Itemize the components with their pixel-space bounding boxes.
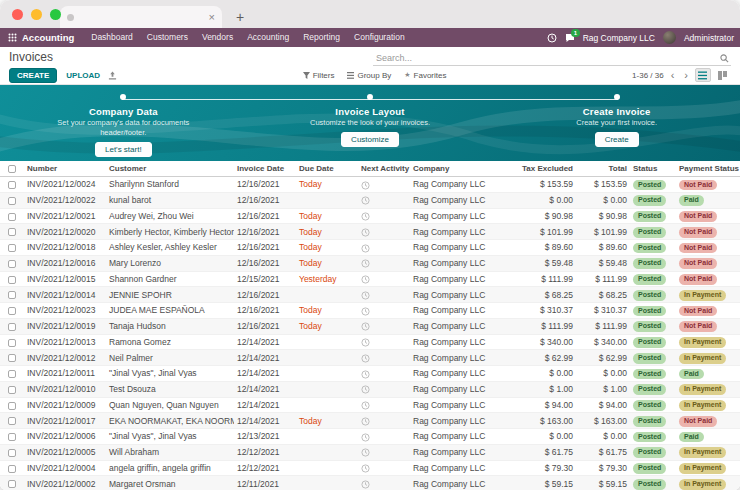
minimize-window-button[interactable] — [31, 9, 42, 20]
column-header-company[interactable]: Company — [410, 161, 510, 177]
customize-button[interactable]: Customize — [341, 132, 399, 147]
invoice-row[interactable]: INV/2021/12/0013 Ramona Gomez 12/14/2021… — [0, 334, 740, 350]
menu-accounting[interactable]: Accounting — [240, 28, 296, 47]
invoice-row[interactable]: INV/2021/12/0005 Will Abraham 12/12/2021… — [0, 444, 740, 460]
row-checkbox-cell[interactable] — [0, 271, 24, 287]
pager-previous-button[interactable]: ‹ — [668, 70, 678, 81]
row-checkbox-cell[interactable] — [0, 255, 24, 271]
close-window-button[interactable] — [12, 9, 23, 20]
invoice-row[interactable]: INV/2021/12/0014 JENNIE SPOHR 12/16/2021… — [0, 287, 740, 303]
row-checkbox[interactable] — [8, 291, 16, 299]
invoice-row[interactable]: INV/2021/12/0004 angela griffin, angela … — [0, 460, 740, 476]
group-by-menu[interactable]: Group By — [347, 71, 391, 80]
row-checkbox[interactable] — [8, 449, 16, 457]
row-checkbox[interactable] — [8, 260, 16, 268]
cell-next-activity[interactable] — [358, 318, 410, 334]
browser-tab[interactable]: × — [60, 6, 222, 28]
invoice-row[interactable]: INV/2021/12/0021 Audrey Wei, Zhou Wei 12… — [0, 208, 740, 224]
invoice-row[interactable]: INV/2021/12/0010 Test Dsouza 12/14/2021 … — [0, 381, 740, 397]
invoice-row[interactable]: INV/2021/12/0002 Margaret Orsman 12/11/2… — [0, 476, 740, 490]
row-checkbox[interactable] — [8, 228, 16, 236]
export-icon[interactable] — [108, 71, 117, 80]
lets-start-button[interactable]: Let's start! — [95, 142, 152, 157]
row-checkbox[interactable] — [8, 433, 16, 441]
cell-next-activity[interactable] — [358, 255, 410, 271]
row-checkbox-cell[interactable] — [0, 429, 24, 445]
row-checkbox-cell[interactable] — [0, 476, 24, 490]
invoice-row[interactable]: INV/2021/12/0011 "Jinal Vyas", Jinal Vya… — [0, 366, 740, 382]
row-checkbox-cell[interactable] — [0, 460, 24, 476]
invoice-row[interactable]: INV/2021/12/0017 EKA NOORMAKAT, EKA NOOR… — [0, 413, 740, 429]
create-button[interactable]: CREATE — [9, 68, 57, 83]
row-checkbox-cell[interactable] — [0, 413, 24, 429]
cell-next-activity[interactable] — [358, 192, 410, 208]
row-checkbox[interactable] — [8, 354, 16, 362]
activities-icon[interactable] — [547, 33, 557, 43]
search-input[interactable] — [373, 51, 731, 66]
upload-button[interactable]: UPLOAD — [66, 71, 100, 80]
invoice-row[interactable]: INV/2021/12/0024 Sharilynn Stanford 12/1… — [0, 177, 740, 193]
row-checkbox-cell[interactable] — [0, 334, 24, 350]
row-checkbox-cell[interactable] — [0, 240, 24, 256]
row-checkbox[interactable] — [8, 402, 16, 410]
list-view-button[interactable] — [695, 68, 711, 82]
row-checkbox[interactable] — [8, 465, 16, 473]
cell-next-activity[interactable] — [358, 208, 410, 224]
menu-customers[interactable]: Customers — [140, 28, 195, 47]
cell-next-activity[interactable] — [358, 397, 410, 413]
kanban-view-button[interactable] — [715, 68, 731, 82]
messages-icon[interactable]: 1 — [565, 33, 575, 43]
search-icon[interactable] — [720, 49, 729, 67]
row-checkbox-cell[interactable] — [0, 208, 24, 224]
column-header-invoice-date[interactable]: Invoice Date — [234, 161, 296, 177]
new-tab-button[interactable]: + — [236, 10, 244, 24]
invoice-row[interactable]: INV/2021/12/0022 kunal barot 12/16/2021 … — [0, 192, 740, 208]
row-checkbox[interactable] — [8, 276, 16, 284]
invoice-row[interactable]: INV/2021/12/0009 Quan Nguyen, Quan Nguye… — [0, 397, 740, 413]
filters-menu[interactable]: Filters — [303, 71, 335, 80]
cell-next-activity[interactable] — [358, 177, 410, 193]
row-checkbox-cell[interactable] — [0, 366, 24, 382]
cell-next-activity[interactable] — [358, 224, 410, 240]
company-switcher[interactable]: Rag Company LLC — [583, 33, 655, 43]
row-checkbox[interactable] — [8, 197, 16, 205]
column-header-status[interactable]: Status — [630, 161, 676, 177]
column-header-payment-status[interactable]: Payment Status — [676, 161, 740, 177]
row-checkbox-cell[interactable] — [0, 192, 24, 208]
menu-vendors[interactable]: Vendors — [195, 28, 240, 47]
maximize-window-button[interactable] — [50, 9, 61, 20]
row-checkbox[interactable] — [8, 244, 16, 252]
invoice-row[interactable]: INV/2021/12/0016 Mary Lorenzo 12/16/2021… — [0, 255, 740, 271]
apps-menu-icon[interactable] — [8, 33, 17, 42]
row-checkbox-cell[interactable] — [0, 350, 24, 366]
favorites-menu[interactable]: ★ Favorites — [404, 71, 446, 80]
cell-next-activity[interactable] — [358, 240, 410, 256]
cell-next-activity[interactable] — [358, 303, 410, 319]
user-avatar[interactable] — [663, 31, 676, 44]
tab-close-icon[interactable]: × — [209, 12, 215, 23]
row-checkbox-cell[interactable] — [0, 318, 24, 334]
invoice-row[interactable]: INV/2021/12/0012 Neil Palmer 12/14/2021 … — [0, 350, 740, 366]
select-all-cell[interactable] — [0, 161, 24, 177]
cell-next-activity[interactable] — [358, 413, 410, 429]
create-invoice-button[interactable]: Create — [595, 132, 639, 147]
cell-next-activity[interactable] — [358, 366, 410, 382]
cell-next-activity[interactable] — [358, 429, 410, 445]
row-checkbox-cell[interactable] — [0, 224, 24, 240]
cell-next-activity[interactable] — [358, 381, 410, 397]
invoice-row[interactable]: INV/2021/12/0018 Ashley Kesler, Ashley K… — [0, 240, 740, 256]
app-brand[interactable]: Accounting — [22, 32, 74, 43]
cell-next-activity[interactable] — [358, 287, 410, 303]
invoice-row[interactable]: INV/2021/12/0023 JUDEA MAE ESPAÑOLA 12/1… — [0, 303, 740, 319]
cell-next-activity[interactable] — [358, 460, 410, 476]
pager-next-button[interactable]: › — [681, 70, 691, 81]
menu-dashboard[interactable]: Dashboard — [84, 28, 140, 47]
cell-next-activity[interactable] — [358, 350, 410, 366]
menu-configuration[interactable]: Configuration — [347, 28, 412, 47]
invoice-row[interactable]: INV/2021/12/0019 Tanaja Hudson 12/16/202… — [0, 318, 740, 334]
invoice-row[interactable]: INV/2021/12/0015 Shannon Gardner 12/15/2… — [0, 271, 740, 287]
column-header-due-date[interactable]: Due Date — [296, 161, 358, 177]
row-checkbox-cell[interactable] — [0, 397, 24, 413]
select-all-checkbox[interactable] — [8, 165, 16, 173]
invoice-row[interactable]: INV/2021/12/0006 "Jinal Vyas", Jinal Vya… — [0, 429, 740, 445]
